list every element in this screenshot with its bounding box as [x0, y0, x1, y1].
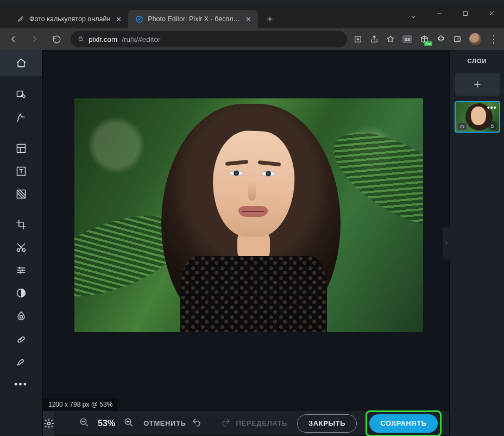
forward-button[interactable] [27, 32, 42, 47]
close-label: ЗАКРЫТЬ [308, 419, 345, 427]
install-app-icon[interactable] [354, 35, 362, 43]
address-actions: as 3m ⋮ [354, 33, 499, 45]
svg-rect-6 [17, 145, 25, 153]
tab-active[interactable]: Photo Editor: Pixlr X - бесплатны ✕ [128, 10, 258, 28]
url-field[interactable]: pixlr.com/ru/x/#editor [71, 31, 347, 47]
extension-as-icon[interactable]: as [402, 35, 412, 43]
fill-tool[interactable] [0, 183, 42, 205]
redo-icon [221, 418, 231, 429]
profile-avatar[interactable] [469, 33, 481, 45]
new-tab-button[interactable] [262, 11, 278, 27]
url-path: /ru/x/#editor [122, 35, 160, 43]
zoom-percent[interactable]: 53% [98, 419, 115, 428]
window-titlebar [0, 0, 504, 7]
layers-title: СЛОИ [455, 54, 500, 67]
zoom-out-button[interactable] [79, 418, 89, 429]
layer-thumbnail[interactable]: ••• [455, 101, 500, 133]
settings-button[interactable] [43, 411, 54, 436]
close-icon[interactable]: ✕ [245, 15, 251, 23]
add-layer-button[interactable] [455, 73, 500, 96]
image-layer-icon [458, 123, 467, 130]
more-tool[interactable]: ••• [0, 373, 42, 396]
cut-tool[interactable] [0, 236, 42, 259]
share-icon[interactable] [370, 35, 379, 43]
kebab-menu-icon[interactable]: ⋮ [489, 33, 499, 45]
canvas-area[interactable]: 1200 x 798 px @ 53% 53% ОТМЕНИТЬ ПЕРЕДЕЛ… [42, 50, 450, 436]
tab-strip: Фото калькулятор онлайн ✕ Photo Editor: … [0, 7, 504, 28]
app-viewport: ••• 1200 x 798 px @ 53% 53% [0, 50, 504, 436]
undo-button[interactable]: ОТМЕНИТЬ [143, 418, 201, 429]
svg-rect-18 [491, 126, 494, 127]
wrench-icon [16, 15, 25, 23]
svg-rect-2 [79, 38, 83, 41]
panel-collapse-button[interactable] [442, 227, 450, 259]
close-icon[interactable]: ✕ [116, 15, 122, 23]
star-icon[interactable] [386, 35, 395, 43]
text-tool[interactable] [0, 160, 42, 183]
liquify-tool[interactable] [0, 304, 42, 327]
contrast-tool[interactable] [0, 282, 42, 304]
close-window-button[interactable] [484, 10, 499, 18]
save-label: СОХРАНЯТЬ [380, 419, 427, 427]
svg-point-12 [20, 315, 22, 318]
tab-other[interactable]: Фото калькулятор онлайн ✕ [10, 10, 128, 28]
extension-cube-icon[interactable]: 3m [420, 35, 429, 44]
save-highlight: СОХРАНЯТЬ [366, 410, 442, 437]
heal-tool[interactable] [0, 327, 42, 350]
address-bar: pixlr.com/ru/x/#editor as 3m ⋮ [0, 28, 504, 50]
pixlr-icon [135, 15, 143, 23]
redo-button[interactable]: ПЕРЕДЕЛАТЬ [221, 418, 287, 429]
svg-rect-1 [464, 12, 468, 16]
ai-auto-tool[interactable] [0, 107, 42, 129]
minimize-button[interactable] [432, 10, 446, 18]
home-button[interactable] [0, 50, 42, 76]
canvas-dimensions-label: 1200 x 798 px @ 53% [43, 398, 118, 410]
canvas-image[interactable] [74, 98, 423, 332]
draw-tool[interactable] [0, 350, 42, 373]
url-domain: pixlr.com [89, 35, 117, 43]
arrange-tool[interactable] [0, 84, 42, 107]
maximize-button[interactable] [458, 10, 472, 18]
crop-tool[interactable] [0, 213, 42, 236]
undo-label: ОТМЕНИТЬ [143, 419, 186, 427]
bottom-bar: 53% ОТМЕНИТЬ ПЕРЕДЕЛАТЬ ЗАКРЫТЬ [43, 410, 449, 435]
close-button[interactable]: ЗАКРЫТЬ [297, 414, 357, 433]
window-controls [432, 10, 499, 18]
side-panel-icon[interactable] [453, 35, 462, 43]
save-button[interactable]: СОХРАНЯТЬ [369, 414, 438, 433]
svg-point-0 [136, 16, 142, 22]
layer-options-icon[interactable]: ••• [487, 103, 497, 112]
svg-rect-17 [461, 125, 464, 128]
tab-title: Photo Editor: Pixlr X - бесплатны [148, 15, 240, 23]
svg-rect-4 [455, 36, 461, 41]
chevron-down-icon[interactable] [410, 13, 417, 23]
zoom-controls: 53% [79, 418, 134, 429]
extensions-icon[interactable] [437, 35, 445, 43]
layers-panel: СЛОИ ••• [450, 50, 504, 436]
adjust-tool[interactable] [0, 259, 42, 282]
lock-icon [77, 35, 84, 43]
lock-icon[interactable] [488, 121, 497, 130]
undo-icon [192, 418, 201, 429]
tool-rail: ••• [0, 50, 42, 436]
redo-label: ПЕРЕДЕЛАТЬ [236, 419, 287, 427]
extension-badge: 3m [424, 41, 432, 46]
reload-button[interactable] [49, 32, 64, 47]
back-button[interactable] [5, 32, 21, 47]
svg-point-14 [47, 422, 50, 425]
layout-tool[interactable] [0, 137, 42, 160]
zoom-in-button[interactable] [124, 418, 134, 429]
tab-title: Фото калькулятор онлайн [29, 15, 110, 23]
svg-rect-13 [17, 337, 25, 343]
